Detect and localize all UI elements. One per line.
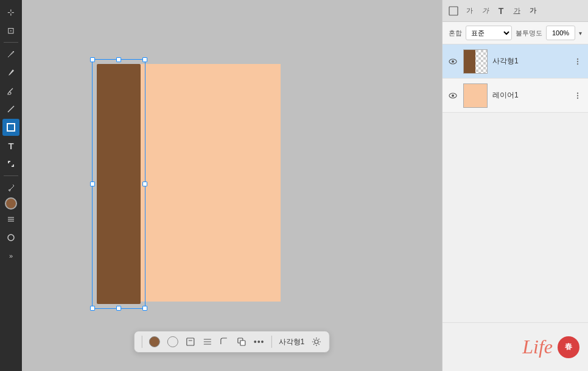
layer1-rect — [135, 64, 281, 302]
right-panel: 가 가 T 가 가 혼합 표준 어둡게 곱하기 밝게 불투명도 100% ▾ — [442, 0, 588, 371]
svg-rect-14 — [449, 7, 458, 15]
handle-top-right[interactable] — [142, 57, 147, 62]
layer-item-layer1[interactable]: 레이어1 — [443, 79, 588, 113]
svg-point-17 — [577, 58, 578, 59]
bt-left-divider — [142, 336, 142, 348]
blend-label: 혼합 — [449, 29, 462, 38]
left-toolbar: ⊹ ⊡ T » — [0, 0, 22, 371]
tool-line[interactable] — [2, 101, 19, 118]
handle-bottom-middle[interactable] — [116, 306, 121, 311]
tool-text[interactable]: T — [2, 137, 19, 154]
panel-icon-layers[interactable] — [447, 5, 460, 17]
bt-align[interactable] — [184, 336, 197, 348]
layer-thumb-layer1 — [463, 83, 488, 108]
svg-rect-6 — [187, 338, 194, 345]
handle-bottom-left[interactable] — [90, 306, 95, 311]
fill-color-circle — [149, 336, 160, 347]
blend-row: 혼합 표준 어둡게 곱하기 밝게 불투명도 100% ▾ — [443, 22, 588, 44]
layers-list: 사각형1 레이어1 — [443, 44, 588, 322]
bt-lines[interactable] — [201, 336, 214, 348]
thumb-brown — [464, 50, 475, 73]
svg-point-18 — [577, 60, 578, 62]
right-top-bar: 가 가 T 가 가 — [443, 0, 588, 22]
handle-middle-left[interactable] — [90, 182, 95, 186]
bt-middle-divider — [271, 336, 272, 348]
svg-point-23 — [577, 94, 578, 96]
svg-rect-1 — [7, 124, 15, 131]
handle-top-middle[interactable] — [116, 57, 121, 62]
layer-thumb-shape1 — [463, 49, 488, 74]
life-text: Life — [522, 336, 553, 358]
handle-bottom-right[interactable] — [142, 306, 147, 311]
tool-adjust[interactable] — [2, 211, 19, 228]
toolbar-divider-2 — [4, 175, 18, 176]
bt-shape-settings[interactable] — [310, 336, 323, 348]
svg-point-16 — [452, 60, 454, 63]
tool-brush[interactable] — [2, 82, 19, 99]
shape1-wrapper[interactable] — [92, 59, 145, 309]
tool-pen[interactable] — [2, 46, 19, 63]
layer-item-shape1[interactable]: 사각형1 — [443, 44, 588, 79]
layer-name-shape1: 사각형1 — [492, 56, 567, 66]
tool-artboard[interactable]: ⊡ — [2, 22, 19, 39]
watermark-area: Life 春 — [443, 322, 588, 371]
svg-rect-12 — [240, 341, 245, 345]
opacity-value[interactable]: 100% — [546, 26, 575, 40]
tool-eyedropper[interactable] — [2, 179, 19, 196]
blend-mode-select[interactable]: 표준 어둡게 곱하기 밝게 — [466, 26, 512, 40]
canvas-content — [86, 34, 378, 338]
tool-shape[interactable] — [2, 119, 19, 136]
handle-top-left[interactable] — [90, 57, 95, 62]
layer-name-layer1: 레이어1 — [492, 90, 567, 101]
bt-stroke-color[interactable] — [166, 335, 180, 348]
svg-point-5 — [8, 235, 14, 241]
opacity-label: 불투명도 — [516, 29, 542, 38]
svg-point-21 — [452, 94, 454, 97]
layer-visibility-layer1[interactable] — [447, 90, 458, 101]
canvas-area: ••• 사각형1 — [22, 0, 442, 371]
tool-transform[interactable] — [2, 155, 19, 172]
seal-text: 春 — [565, 342, 572, 352]
bottom-toolbar: ••• 사각형1 — [134, 331, 330, 353]
panel-icon-char3[interactable]: 가 — [511, 5, 523, 17]
tool-more[interactable]: » — [2, 247, 19, 264]
svg-point-22 — [577, 92, 578, 93]
layer-options-layer1[interactable] — [572, 90, 583, 101]
svg-point-19 — [577, 63, 578, 64]
panel-icon-char4[interactable]: 가 — [527, 5, 539, 17]
layer-visibility-shape1[interactable] — [447, 56, 458, 67]
bt-multi[interactable] — [235, 336, 248, 348]
toolbar-divider-1 — [4, 42, 18, 43]
layer-options-shape1[interactable] — [572, 56, 583, 67]
color-swatch[interactable] — [5, 197, 17, 210]
panel-icon-char2[interactable]: 가 — [479, 5, 491, 17]
tool-pencil[interactable] — [2, 64, 19, 81]
svg-point-24 — [577, 97, 578, 98]
svg-line-0 — [8, 106, 14, 112]
thumb-peach — [464, 84, 487, 107]
stroke-color-circle — [167, 336, 178, 347]
tool-move[interactable]: ⊹ — [2, 4, 19, 21]
seal-circle: 春 — [558, 336, 579, 358]
shape1-rect — [97, 64, 141, 304]
opacity-arrow[interactable]: ▾ — [579, 30, 582, 37]
bt-corner[interactable] — [218, 336, 231, 348]
bt-more[interactable]: ••• — [252, 336, 267, 348]
panel-icon-char[interactable]: 가 — [463, 5, 475, 17]
bt-shape-name: 사각형1 — [277, 336, 307, 348]
svg-point-13 — [315, 340, 318, 344]
panel-icon-text[interactable]: T — [495, 5, 507, 17]
bt-fill-color[interactable] — [147, 335, 162, 348]
tool-ellipse[interactable] — [2, 229, 19, 246]
